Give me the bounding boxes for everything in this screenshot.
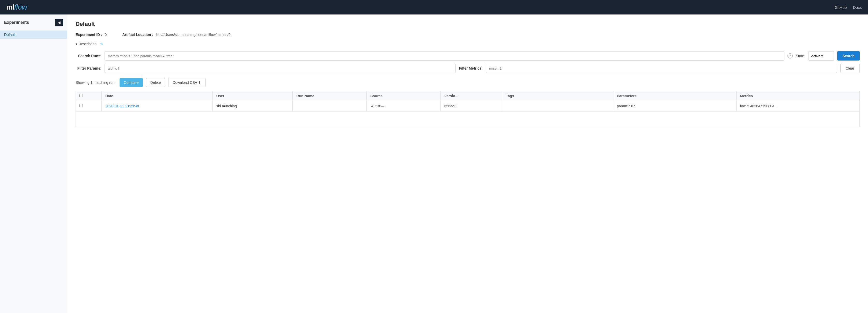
- showing-text: Showing 1 matching run: [75, 81, 114, 85]
- row-user: sid.murching: [216, 104, 237, 108]
- info-row: Experiment ID : 0 Artifact Location : fi…: [75, 33, 860, 37]
- sidebar-header: Experiments ◀: [0, 19, 67, 31]
- row-version: 656ae3: [444, 104, 457, 108]
- header: mlflow GitHub Docs: [0, 0, 868, 14]
- filter-metrics-label: Filter Metrics:: [459, 66, 483, 70]
- header-parameters[interactable]: Parameters: [613, 91, 736, 101]
- toolbar: Showing 1 matching run Compare Delete Do…: [75, 78, 860, 87]
- row-user-cell: sid.murching: [213, 101, 293, 112]
- search-help-icon[interactable]: ?: [787, 53, 793, 59]
- experiment-id-value: 0: [105, 33, 107, 37]
- table-row: 2020-01-11 13:29:48 sid.murching 🖥 mlflo…: [76, 101, 860, 112]
- experiment-id: Experiment ID : 0: [75, 33, 106, 37]
- header-user[interactable]: User: [213, 91, 293, 101]
- state-label: State:: [796, 54, 805, 58]
- search-row: Search Runs: ? State: Active ▾ Search: [75, 51, 860, 61]
- row-params-cell: param1: 67: [613, 101, 736, 112]
- search-runs-label: Search Runs:: [75, 54, 101, 58]
- state-value: Active ▾: [811, 54, 823, 58]
- row-version-cell: 656ae3: [440, 101, 502, 112]
- filter-row: Filter Params: Filter Metrics: Clear: [75, 64, 860, 73]
- description-toggle[interactable]: ▾ Description: ✎: [75, 42, 860, 46]
- row-metrics: foo: 2.462647190804...: [740, 104, 777, 108]
- header-date[interactable]: Date: [102, 91, 213, 101]
- row-parameters: param1: 67: [617, 104, 635, 108]
- header-version[interactable]: Versio...: [440, 91, 502, 101]
- edit-description-icon[interactable]: ✎: [100, 42, 103, 46]
- sidebar: Experiments ◀ Default: [0, 14, 67, 313]
- table-header-row: Date User Run Name Source Versio... Tags…: [76, 91, 860, 101]
- artifact-location-value: file:///Users/sid.murching/code/mlflow/m…: [156, 33, 230, 37]
- header-run-name[interactable]: Run Name: [293, 91, 367, 101]
- description-label: ▾ Description:: [75, 42, 98, 46]
- filter-metrics-input[interactable]: [486, 64, 837, 73]
- row-tags-cell: [502, 101, 613, 112]
- download-csv-button[interactable]: Download CSV ⬇: [168, 78, 206, 87]
- description-row: ▾ Description: ✎: [75, 42, 860, 46]
- header-metrics[interactable]: Metrics: [736, 91, 860, 101]
- compare-button[interactable]: Compare: [120, 78, 143, 87]
- docs-link[interactable]: Docs: [853, 5, 862, 9]
- select-all-checkbox[interactable]: [80, 94, 83, 97]
- empty-row: [76, 112, 860, 127]
- empty-cell: [76, 112, 860, 127]
- clear-button[interactable]: Clear: [840, 64, 860, 73]
- sidebar-item-default[interactable]: Default: [0, 31, 67, 39]
- filter-params-input[interactable]: [104, 64, 456, 73]
- row-source: 🖥 mlflow...: [370, 104, 387, 108]
- run-date-link[interactable]: 2020-01-11 13:29:48: [105, 104, 139, 108]
- layout: Experiments ◀ Default Default Experiment…: [0, 14, 868, 313]
- header-source[interactable]: Source: [367, 91, 440, 101]
- row-date-cell: 2020-01-11 13:29:48: [102, 101, 213, 112]
- artifact-location-label: Artifact Location :: [122, 33, 153, 37]
- delete-button[interactable]: Delete: [146, 78, 165, 87]
- header-checkbox: [76, 91, 102, 101]
- row-source-cell: 🖥 mlflow...: [367, 101, 440, 112]
- logo-ml: ml: [6, 3, 14, 11]
- search-runs-input[interactable]: [104, 51, 784, 61]
- search-button[interactable]: Search: [837, 51, 860, 61]
- experiment-id-label: Experiment ID :: [75, 33, 102, 37]
- main-content: Default Experiment ID : 0 Artifact Locat…: [67, 14, 868, 313]
- search-section: Search Runs: ? State: Active ▾ Search Fi…: [75, 51, 860, 73]
- artifact-location: Artifact Location : file:///Users/sid.mu…: [122, 33, 230, 37]
- row-name-cell: [293, 101, 367, 112]
- sidebar-toggle-button[interactable]: ◀: [55, 19, 63, 26]
- header-tags[interactable]: Tags: [502, 91, 613, 101]
- logo: mlflow: [6, 3, 27, 11]
- runs-table: Date User Run Name Source Versio... Tags…: [75, 91, 860, 127]
- filter-params-label: Filter Params:: [75, 66, 101, 70]
- sidebar-title: Experiments: [4, 20, 29, 25]
- github-link[interactable]: GitHub: [835, 5, 847, 9]
- download-csv-label: Download CSV ⬇: [173, 81, 202, 85]
- row-checkbox-cell: [76, 101, 102, 112]
- row-metrics-cell: foo: 2.462647190804...: [736, 101, 860, 112]
- page-title: Default: [75, 21, 860, 27]
- header-nav: GitHub Docs: [835, 5, 862, 9]
- row-checkbox[interactable]: [80, 104, 83, 107]
- state-dropdown[interactable]: Active ▾: [808, 51, 834, 61]
- logo-flow: flow: [14, 3, 27, 11]
